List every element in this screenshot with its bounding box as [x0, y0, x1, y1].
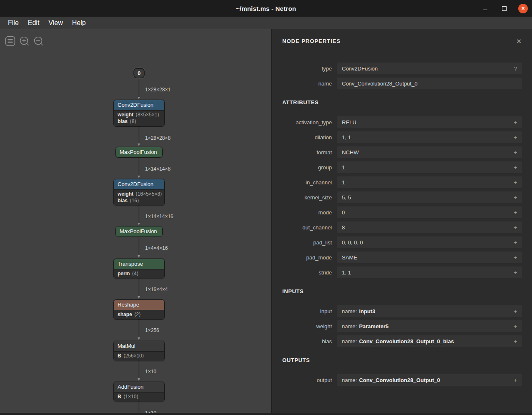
minimize-icon [483, 10, 487, 10]
edge [139, 79, 139, 98]
attr-row-dilation: dilation 1, 1+ [277, 131, 522, 143]
edge [139, 319, 139, 339]
type-value[interactable]: Conv2DFusion ? [337, 63, 522, 74]
attributes-section-title: ATTRIBUTES [272, 99, 532, 106]
window-bottom-edge [0, 413, 532, 415]
close-icon: × [521, 5, 524, 11]
attr-row-mode: mode 0+ [277, 206, 522, 218]
expand-icon[interactable]: + [514, 224, 517, 231]
type-help-icon[interactable]: ? [514, 65, 517, 72]
node-param: weight⟨8×5×5×1⟩ [118, 111, 161, 118]
node-body: shape⟨2⟩ [114, 310, 164, 319]
title-bar: ~/mnist.ms - Netron × [0, 0, 532, 17]
attr-row-format: format NCHW+ [277, 146, 522, 158]
edge-label: 1×14×14×16 [145, 214, 173, 219]
node-param: bias⟨16⟩ [118, 197, 161, 204]
node-header: MaxPoolFusion [116, 226, 162, 236]
node-header: AddFusion [114, 382, 164, 392]
property-row-name: name Conv_Convolution28_Output_0 [277, 78, 522, 89]
maximize-button[interactable] [499, 3, 509, 13]
node-conv2dfusion-1[interactable]: Conv2DFusion weight⟨8×5×5×1⟩ bias⟨8⟩ [113, 100, 165, 127]
netron-window: ~/mnist.ms - Netron × File Edit View Hel… [0, 0, 532, 415]
node-addfusion[interactable]: AddFusion B⟨1×10⟩ [113, 382, 165, 402]
input-row-weight: weight name: Parameter5 + [277, 320, 522, 332]
attr-row-stride: stride 1, 1+ [277, 267, 522, 278]
node-param: shape⟨2⟩ [118, 311, 161, 318]
edge [139, 278, 139, 298]
node-properties-panel: NODE PROPERTIES × type Conv2DFusion ? na… [272, 29, 532, 413]
name-value[interactable]: Conv_Convolution28_Output_0 [337, 78, 522, 89]
node-transpose[interactable]: Transpose perm⟨4⟩ [113, 259, 165, 279]
expand-icon[interactable]: + [514, 164, 517, 171]
attr-row-kernel_size: kernel_size 5, 5+ [277, 191, 522, 203]
edge [139, 126, 139, 145]
menu-help[interactable]: Help [68, 17, 90, 29]
expand-icon[interactable]: + [514, 194, 517, 201]
node-header: MaxPoolFusion [116, 147, 162, 157]
expand-icon[interactable]: + [514, 254, 517, 261]
attr-row-activation_type: activation_type RELU+ [277, 116, 522, 128]
graph-input-node[interactable]: 0 [133, 68, 145, 78]
attr-row-in_channel: in_channel 1+ [277, 176, 522, 188]
node-header: Reshape [114, 300, 164, 310]
input-row-bias: bias name: Conv_Convolution28_Output_0_b… [277, 335, 522, 347]
graph-toolbar [5, 36, 44, 46]
edge-label: 1×256 [145, 327, 159, 333]
attr-row-pad_mode: pad_mode SAME+ [277, 252, 522, 263]
property-row-type: type Conv2DFusion ? [277, 63, 522, 74]
node-maxpoolfusion-1[interactable]: MaxPoolFusion [115, 147, 163, 158]
menu-edit[interactable]: Edit [23, 17, 44, 29]
expand-icon[interactable]: + [514, 209, 517, 216]
panel-close-button[interactable]: × [514, 36, 524, 46]
output-row-output: output name: Conv_Convolution28_Output_0… [277, 374, 522, 386]
menu-bar: File Edit View Help [0, 17, 532, 29]
expand-icon[interactable]: + [514, 149, 517, 156]
expand-icon[interactable]: + [514, 308, 517, 314]
zoom-out-icon[interactable] [33, 36, 44, 46]
node-maxpoolfusion-2[interactable]: MaxPoolFusion [115, 226, 163, 237]
node-param: perm⟨4⟩ [118, 270, 161, 277]
inputs-section-title: INPUTS [272, 288, 532, 294]
expand-icon[interactable]: + [514, 179, 517, 186]
node-body: B⟨1×10⟩ [114, 392, 164, 402]
node-label: 0 [138, 70, 141, 76]
node-body: B⟨256×10⟩ [114, 351, 164, 361]
edge-label: 1×28×28×1 [145, 87, 171, 93]
node-param: B⟨256×10⟩ [118, 352, 161, 359]
node-body: weight⟨16×5×5×8⟩ bias⟨16⟩ [114, 189, 164, 206]
model-properties-button[interactable] [5, 36, 15, 46]
node-body: perm⟨4⟩ [114, 269, 164, 279]
node-reshape[interactable]: Reshape shape⟨2⟩ [113, 299, 165, 320]
edge [139, 158, 139, 177]
outputs-section-title: OUTPUTS [272, 357, 532, 363]
minimize-button[interactable] [480, 3, 490, 13]
expand-icon[interactable]: + [514, 119, 517, 126]
expand-icon[interactable]: + [514, 338, 517, 345]
expand-icon[interactable]: + [514, 239, 517, 246]
edge-label: 1×10 [145, 410, 156, 413]
expand-icon[interactable]: + [514, 323, 517, 329]
window-controls: × [480, 0, 528, 17]
panel-title: NODE PROPERTIES [282, 38, 514, 44]
zoom-in-icon[interactable] [19, 36, 30, 46]
close-icon: × [517, 37, 521, 45]
menu-view[interactable]: View [44, 17, 67, 29]
node-matmul[interactable]: MatMul B⟨256×10⟩ [113, 341, 165, 361]
node-header: Conv2DFusion [114, 100, 164, 110]
edge-label: 1×10 [145, 369, 156, 375]
expand-icon[interactable]: + [514, 377, 517, 383]
node-header: Transpose [114, 259, 164, 269]
graph-canvas[interactable]: 0 1×28×28×1 Conv2DFusion weight⟨8×5×5×1⟩… [0, 29, 271, 413]
expand-icon[interactable]: + [514, 134, 517, 141]
input-row-input: input name: Input3 + [277, 305, 522, 317]
node-conv2dfusion-2[interactable]: Conv2DFusion weight⟨16×5×5×8⟩ bias⟨16⟩ [113, 179, 165, 206]
attr-row-group: group 1+ [277, 161, 522, 173]
expand-icon[interactable]: + [514, 269, 517, 276]
edge-label: 1×28×28×8 [145, 135, 171, 141]
menu-file[interactable]: File [3, 17, 23, 29]
edge-label: 1×4×4×16 [145, 245, 168, 251]
close-button[interactable]: × [518, 4, 528, 13]
maximize-icon [502, 6, 507, 11]
edge-label: 1×16×4×4 [145, 287, 168, 292]
node-param: bias⟨8⟩ [118, 118, 161, 125]
